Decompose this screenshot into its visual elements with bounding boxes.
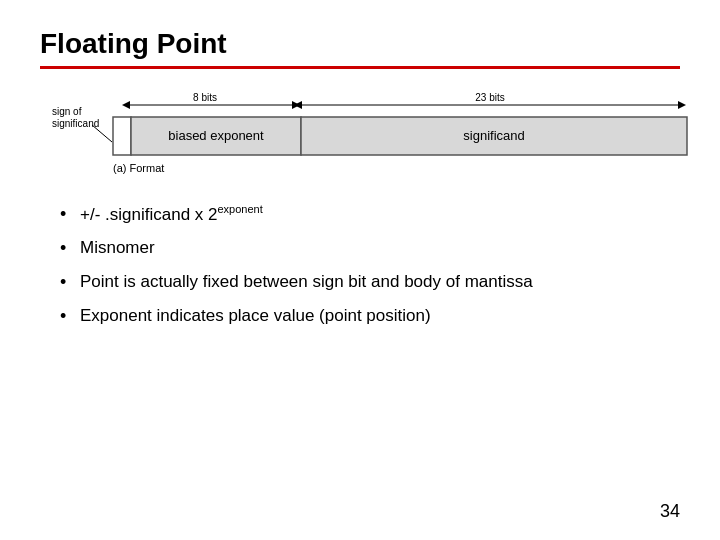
23bits-arrow-right [678, 101, 686, 109]
sign-bit-box [113, 117, 131, 155]
slide-title: Floating Point [40, 28, 680, 60]
title-underline [40, 66, 680, 69]
bullet-1-text: +/- .significand x 2exponent [80, 205, 263, 224]
page-number: 34 [660, 501, 680, 522]
sign-label-line1: sign of [52, 106, 82, 117]
slide: Floating Point sign of significand 8 bit… [0, 0, 720, 540]
sign-pointer [92, 125, 112, 142]
biased-exponent-text: biased exponent [168, 128, 264, 143]
23bits-arrow-left [294, 101, 302, 109]
exponent-sup: exponent [218, 203, 263, 215]
sign-label-line2: significand [52, 118, 99, 129]
format-diagram: sign of significand 8 bits 23 bits biase… [50, 87, 690, 192]
bullet-2-text: Misnomer [80, 238, 155, 257]
diagram-container: sign of significand 8 bits 23 bits biase… [50, 87, 680, 192]
bullet-3-text: Point is actually fixed between sign bit… [80, 272, 533, 291]
8bits-label: 8 bits [193, 92, 217, 103]
bullet-item-2: Misnomer [60, 236, 680, 260]
format-caption: (a) Format [113, 162, 164, 174]
significand-text: significand [463, 128, 524, 143]
bullet-item-1: +/- .significand x 2exponent [60, 202, 680, 226]
bullet-list: +/- .significand x 2exponent Misnomer Po… [60, 202, 680, 328]
23bits-label: 23 bits [475, 92, 504, 103]
bullet-item-4: Exponent indicates place value (point po… [60, 304, 680, 328]
8bits-arrow-left [122, 101, 130, 109]
bullet-item-3: Point is actually fixed between sign bit… [60, 270, 680, 294]
bullet-4-text: Exponent indicates place value (point po… [80, 306, 431, 325]
